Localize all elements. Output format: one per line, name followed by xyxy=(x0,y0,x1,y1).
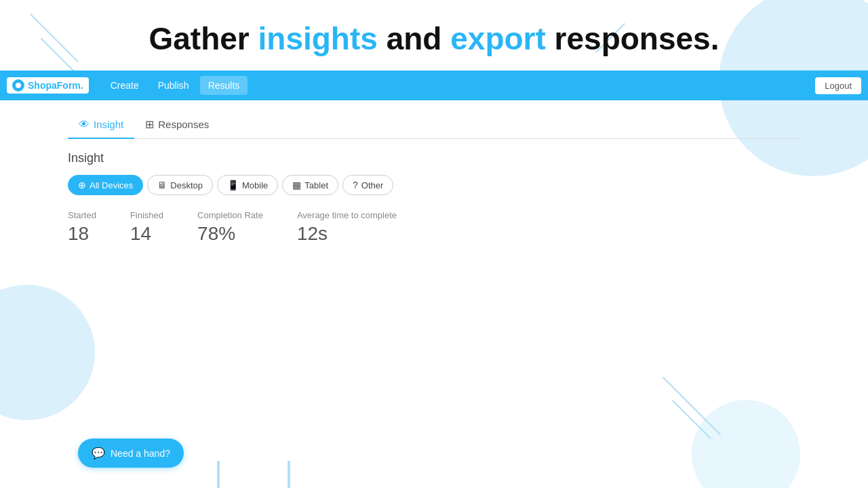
deco-line-3 xyxy=(663,377,721,435)
brand-name: ShopaForm. xyxy=(28,80,83,91)
stat-completion-rate-label: Completion Rate xyxy=(197,210,263,220)
stat-finished-value: 14 xyxy=(130,223,163,245)
responses-tab-icon: ⊞ xyxy=(145,118,154,131)
filter-desktop-label: Desktop xyxy=(170,180,203,190)
bg-circle-bottom-right xyxy=(692,400,800,488)
hero-text-after: responses. xyxy=(546,21,719,56)
filter-mobile[interactable]: 📱 Mobile xyxy=(217,175,278,195)
hero-text-before: Gather xyxy=(149,21,258,56)
hero-text-middle: and xyxy=(378,21,450,56)
mobile-icon: 📱 xyxy=(227,180,239,190)
stat-avg-time: Average time to complete 12s xyxy=(297,210,397,245)
filter-other[interactable]: ? Other xyxy=(342,175,393,195)
deco-bottom-line-1 xyxy=(217,461,220,488)
stat-started-label: Started xyxy=(68,210,96,220)
tab-responses-label: Responses xyxy=(158,119,209,130)
filter-other-label: Other xyxy=(361,180,384,190)
hero-heading: Gather insights and export responses. xyxy=(0,20,868,57)
desktop-icon: 🖥 xyxy=(157,180,167,190)
filter-all-devices-label: All Devices xyxy=(90,180,133,190)
filter-desktop[interactable]: 🖥 Desktop xyxy=(147,175,213,195)
brand-icon xyxy=(12,79,24,92)
chat-button-label: Need a hand? xyxy=(111,448,170,459)
stats-row: Started 18 Finished 14 Completion Rate 7… xyxy=(68,210,800,245)
stat-avg-time-label: Average time to complete xyxy=(297,210,397,220)
bg-circle-bottom-left xyxy=(0,285,95,420)
tablet-icon: ▦ xyxy=(292,180,301,190)
stat-finished-label: Finished xyxy=(130,210,163,220)
logout-button[interactable]: Logout xyxy=(815,77,861,94)
navbar: ShopaForm. Create Publish Results Logout xyxy=(0,70,868,100)
section-heading: Insight xyxy=(68,151,800,165)
device-filters: ⊕ All Devices 🖥 Desktop 📱 Mobile ▦ Table… xyxy=(68,175,800,195)
other-icon: ? xyxy=(353,180,358,190)
all-devices-icon: ⊕ xyxy=(78,180,86,190)
deco-bottom-lines xyxy=(217,461,290,488)
tab-responses[interactable]: ⊞ Responses xyxy=(134,111,220,139)
filter-tablet[interactable]: ▦ Tablet xyxy=(282,175,338,195)
nav-results[interactable]: Results xyxy=(200,76,248,95)
insight-tab-icon: 👁 xyxy=(79,119,90,131)
nav-links: Create Publish Results xyxy=(102,76,816,95)
chat-icon: 💬 xyxy=(92,447,105,460)
stat-started-value: 18 xyxy=(68,223,96,245)
stat-completion-rate: Completion Rate 78% xyxy=(197,210,263,245)
nav-publish[interactable]: Publish xyxy=(150,76,197,95)
tabs-bar: 👁 Insight ⊞ Responses xyxy=(68,111,800,139)
filter-tablet-label: Tablet xyxy=(304,180,328,190)
deco-bottom-line-2 xyxy=(288,461,290,488)
tab-insight[interactable]: 👁 Insight xyxy=(68,111,134,139)
filter-mobile-label: Mobile xyxy=(242,180,268,190)
brand-logo[interactable]: ShopaForm. xyxy=(7,77,89,94)
hero-highlight-insights: insights xyxy=(258,21,378,56)
filter-all-devices[interactable]: ⊕ All Devices xyxy=(68,175,143,195)
chat-button[interactable]: 💬 Need a hand? xyxy=(78,439,184,468)
hero-section: Gather insights and export responses. xyxy=(0,0,868,70)
tab-insight-label: Insight xyxy=(94,119,123,130)
stat-started: Started 18 xyxy=(68,210,96,245)
main-content: 👁 Insight ⊞ Responses Insight ⊕ All Devi… xyxy=(0,111,868,245)
nav-create[interactable]: Create xyxy=(102,76,147,95)
stat-avg-time-value: 12s xyxy=(297,223,397,245)
stat-finished: Finished 14 xyxy=(130,210,163,245)
hero-highlight-export: export xyxy=(450,21,546,56)
stat-completion-rate-value: 78% xyxy=(197,223,263,245)
